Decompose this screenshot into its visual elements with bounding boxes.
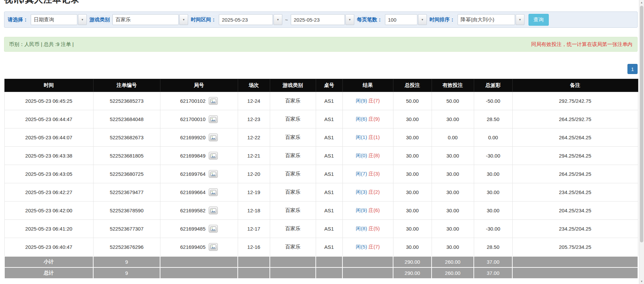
view-result-icon[interactable] xyxy=(209,207,218,214)
search-button[interactable]: 查询 xyxy=(529,14,549,26)
cell-total-bet[interactable]: 30.00 xyxy=(393,165,432,183)
cell-table-no: AS1 xyxy=(316,165,342,183)
table-row: 2025-05-23 06:44:07522523682673621699920… xyxy=(4,128,638,147)
cell-total-bet[interactable]: 30.00 xyxy=(393,183,432,202)
round-number: 621700102 xyxy=(180,98,205,104)
cell-game-type: 百家乐 xyxy=(270,238,316,256)
view-result-icon[interactable] xyxy=(209,170,218,178)
cell-total-bet[interactable]: 30.00 xyxy=(393,238,432,256)
cell-payout: -50.00 xyxy=(474,92,512,110)
footer-total-bet: 290.00 xyxy=(393,267,432,279)
cell-payout: 30.00 xyxy=(474,165,512,183)
scrollbar-down-icon[interactable]: ▼ xyxy=(639,279,644,284)
cell-session: 12-16 xyxy=(238,238,270,256)
table-row: 2025-05-23 06:40:47522523676296621699405… xyxy=(4,238,638,256)
cell-result: 闲(7) 庄(3) xyxy=(342,165,393,183)
cell-round: 621700102 xyxy=(160,92,238,110)
records-head-row: 时间注单编号局号场次游戏类别桌号结果总投注有效投注总派彩备注 xyxy=(4,79,638,92)
cell-table-no: AS1 xyxy=(316,238,342,256)
footer-empty-cell xyxy=(160,256,238,267)
game-type-input[interactable] xyxy=(112,14,179,25)
result-banker: 庄(5) xyxy=(368,226,380,231)
game-type-dropdown-button[interactable]: ▼ xyxy=(179,14,188,25)
footer-valid-bet: 260.00 xyxy=(432,267,474,279)
cell-payout: -30.00 xyxy=(474,220,512,238)
cell-time: 2025-05-23 06:42:27 xyxy=(4,183,93,202)
view-result-icon[interactable] xyxy=(209,134,218,141)
page-title-clip: 视讯/真人注单记录 xyxy=(4,0,640,4)
page-size-combobox: ▼ xyxy=(385,14,427,25)
view-result-icon[interactable] xyxy=(209,243,218,251)
records-table: 时间注单编号局号场次游戏类别桌号结果总投注有效投注总派彩备注 2025-05-2… xyxy=(4,79,638,279)
round-number: 621700010 xyxy=(180,116,205,122)
footer-empty-cell xyxy=(512,267,638,279)
page-size-dropdown-button[interactable]: ▼ xyxy=(418,14,427,25)
cell-total-bet[interactable]: 30.00 xyxy=(393,147,432,165)
cell-total-bet[interactable]: 30.00 xyxy=(393,128,432,147)
cell-bet-id: 522523684048 xyxy=(93,110,160,128)
view-result-icon[interactable] xyxy=(209,115,218,123)
select-label: 请选择： xyxy=(8,17,28,23)
footer-total-bet: 290.00 xyxy=(393,256,432,267)
cell-total-bet[interactable]: 30.00 xyxy=(393,202,432,220)
footer-empty-cell xyxy=(342,256,393,267)
cell-bet-id: 522523676296 xyxy=(93,238,160,256)
result-player: 闲(5) xyxy=(356,244,367,250)
page-title: 视讯/真人注单记录 xyxy=(4,0,640,4)
game-type-label: 游戏类别 xyxy=(89,17,110,23)
view-result-icon[interactable] xyxy=(209,225,218,233)
cell-total-bet[interactable]: 50.00 xyxy=(393,92,432,110)
cell-payout: 28.50 xyxy=(474,110,512,128)
time-sort-dropdown-button[interactable]: ▼ xyxy=(516,14,524,25)
result-player: 闲(8) xyxy=(356,226,367,231)
date-to-dropdown-button[interactable]: ▼ xyxy=(345,14,354,25)
cell-result: 闲(8) 庄(5) xyxy=(342,220,393,238)
footer-empty-cell xyxy=(238,256,270,267)
cell-table-no: AS1 xyxy=(316,147,342,165)
cell-payout: 30.00 xyxy=(474,202,512,220)
cell-total-bet[interactable]: 30.00 xyxy=(393,110,432,128)
cell-round: 621700010 xyxy=(160,110,238,128)
date-from-input[interactable] xyxy=(219,14,273,25)
summary-row: 总计9290.00260.0037.00 xyxy=(4,267,638,279)
cell-time: 2025-05-23 06:42:00 xyxy=(4,202,93,220)
scrollbar-thumb[interactable] xyxy=(640,6,643,242)
time-sort-label: 时间排序： xyxy=(430,17,455,23)
page-size-input[interactable] xyxy=(385,14,417,25)
view-result-icon[interactable] xyxy=(209,97,218,105)
cell-game-type: 百家乐 xyxy=(270,128,316,147)
column-header: 备注 xyxy=(512,79,638,92)
records-body: 2025-05-23 06:45:25522523685273621700102… xyxy=(4,92,638,256)
page-button[interactable]: 1 xyxy=(627,64,638,74)
scrollbar-up-icon[interactable]: ▲ xyxy=(639,0,644,5)
view-result-icon[interactable] xyxy=(209,152,218,160)
cell-time: 2025-05-23 06:43:05 xyxy=(4,165,93,183)
query-type-dropdown-button[interactable]: ▼ xyxy=(78,14,87,25)
date-from-dropdown-button[interactable]: ▼ xyxy=(274,14,282,25)
round-number: 621699405 xyxy=(180,244,205,250)
scrollbar[interactable]: ▲ ▼ xyxy=(639,0,644,284)
cell-time: 2025-05-23 06:44:07 xyxy=(4,128,93,147)
table-row: 2025-05-23 06:45:25522523685273621700102… xyxy=(4,92,638,110)
cell-total-bet[interactable]: 30.00 xyxy=(393,220,432,238)
view-result-icon[interactable] xyxy=(209,188,218,196)
result-banker: 庄(7) xyxy=(368,98,380,103)
time-sort-input[interactable] xyxy=(458,14,515,25)
filter-bar: 请选择： ▼ 游戏类别 ▼ 时间区间： ▼ ~ ▼ 每页笔数： ▼ 时间排序： … xyxy=(4,11,638,28)
result-banker: 庄(7) xyxy=(368,244,380,250)
column-header: 有效投注 xyxy=(432,79,474,92)
cell-table-no: AS1 xyxy=(316,128,342,147)
footer-empty-cell xyxy=(270,267,316,279)
cell-result: 闲(5) 庄(7) xyxy=(342,238,393,256)
result-banker: 庄(3) xyxy=(368,171,380,176)
page: 视讯/真人注单记录 请选择： ▼ 游戏类别 ▼ 时间区间： ▼ ~ ▼ 每页笔数… xyxy=(0,0,644,279)
column-header: 局号 xyxy=(160,79,238,92)
result-player: 闲(1) xyxy=(356,134,367,140)
query-type-input[interactable] xyxy=(31,14,77,25)
column-header: 注单编号 xyxy=(93,79,160,92)
cell-valid-bet: 30.00 xyxy=(432,165,474,183)
cell-session: 12-17 xyxy=(238,220,270,238)
cell-valid-bet: 30.00 xyxy=(432,202,474,220)
date-to-input[interactable] xyxy=(291,14,345,25)
column-header: 时间 xyxy=(4,79,93,92)
